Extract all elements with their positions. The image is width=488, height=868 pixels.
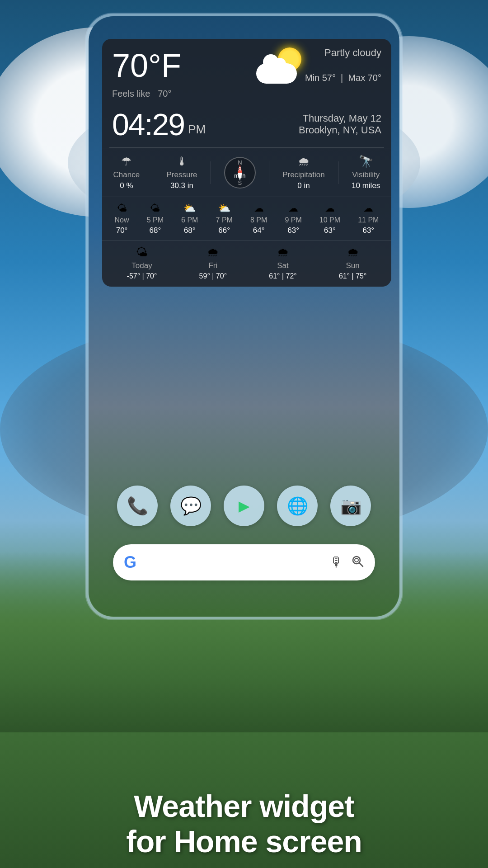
widget-time-section: 04:29 PM Thursday, May 12 Brooklyn, NY, …: [102, 101, 391, 147]
visibility-icon: 🔭: [359, 155, 373, 169]
phone-frame: 70°F Partly cloudy Min 57° | Max 70°: [86, 14, 402, 619]
hour-temp-now: 70°: [116, 226, 128, 235]
day-label-today: Today: [131, 261, 152, 270]
hour-label-5pm: 5 PM: [147, 216, 164, 224]
stat-divider-2: [211, 161, 211, 184]
compass-south-label: S: [238, 179, 242, 186]
tagline-line2: for Home screen: [27, 824, 461, 859]
tagline-area: Weather widget for Home screen: [0, 788, 488, 859]
hour-temp-6pm: 68°: [184, 226, 196, 235]
hourly-forecast: 🌤 Now 70° 🌤 5 PM 68° ⛅ 6 PM 68° ⛅ 7 PM: [102, 197, 391, 241]
partly-cloudy-icon: [256, 47, 306, 84]
stat-divider-4: [338, 161, 338, 184]
feels-like-row: Feels like 70°: [102, 89, 391, 101]
day-label-fri: Fri: [208, 261, 217, 270]
hour-icon-9pm: ☁: [288, 203, 298, 214]
day-item-sun: 🌧 Sun 61° | 75°: [339, 245, 366, 280]
weather-widget[interactable]: 70°F Partly cloudy Min 57° | Max 70°: [102, 39, 391, 287]
hour-label-9pm: 9 PM: [285, 216, 301, 224]
daily-forecast: 🌤 Today -57° | 70° 🌧 Fri 59° | 70° 🌧 Sat…: [102, 241, 391, 287]
umbrella-icon: ☂: [121, 155, 131, 169]
hour-item-11pm: ☁ 11 PM 63°: [358, 203, 379, 235]
day-icon-today: 🌤: [136, 245, 148, 259]
time-display: 04:29: [112, 107, 184, 142]
feels-like-label: Feels like: [112, 89, 150, 99]
hour-icon-11pm: ☁: [363, 203, 373, 214]
phone-app-icon[interactable]: 📞: [117, 486, 158, 526]
location-text: Brooklyn, NY, USA: [299, 124, 381, 136]
google-search-bar[interactable]: G 🎙: [113, 544, 375, 580]
hour-icon-10pm: ☁: [325, 203, 335, 214]
hour-temp-9pm: 63°: [287, 226, 299, 235]
hour-icon-now: 🌤: [117, 203, 127, 214]
tagline-line1: Weather widget: [27, 788, 461, 824]
main-temperature: 70°F: [112, 49, 181, 82]
hour-item-10pm: ☁ 10 PM 63°: [319, 203, 340, 235]
svg-point-2: [355, 558, 358, 562]
wind-speed-overlay: 8mph: [234, 166, 245, 179]
microphone-icon[interactable]: 🎙: [330, 555, 343, 570]
max-label: Max: [348, 73, 365, 83]
weather-stats-row: ☂ Chance 0 % 🌡 Pressure 30.3 in N S: [102, 148, 391, 197]
hour-label-6pm: 6 PM: [181, 216, 198, 224]
day-temps-fri: 59° | 70°: [199, 272, 227, 280]
stat-visibility-value: 10 miles: [352, 181, 380, 190]
stat-pressure-label: Pressure: [167, 170, 197, 179]
rain-icon: 🌧: [298, 155, 310, 169]
day-item-today: 🌤 Today -57° | 70°: [127, 245, 157, 280]
camera-app-icon[interactable]: 📷: [330, 486, 371, 526]
hour-icon-6pm: ⛅: [183, 203, 196, 214]
day-temps-today: -57° | 70°: [127, 272, 157, 280]
stat-visibility: 🔭 Visibility 10 miles: [352, 155, 380, 190]
app-dock: 📞 💬 ▶ 🌐 📷: [117, 486, 371, 526]
hour-temp-7pm: 66°: [218, 226, 230, 235]
date-text: Thursday, May 12: [299, 113, 381, 124]
stat-pressure: 🌡 Pressure 30.3 in: [167, 155, 197, 190]
chrome-app-icon[interactable]: 🌐: [277, 486, 318, 526]
stat-chance-label: Chance: [113, 170, 140, 179]
day-temps-sat: 61° | 72°: [269, 272, 296, 280]
hour-label-10pm: 10 PM: [319, 216, 340, 224]
hour-item-7pm: ⛅ 7 PM 66°: [216, 203, 233, 235]
date-location: Thursday, May 12 Brooklyn, NY, USA: [299, 113, 381, 136]
widget-top-section: 70°F Partly cloudy Min 57° | Max 70°: [102, 39, 391, 89]
phone-inner: 70°F Partly cloudy Min 57° | Max 70°: [89, 16, 399, 617]
day-icon-sat: 🌧: [277, 245, 289, 259]
hour-label-7pm: 7 PM: [216, 216, 233, 224]
hour-item-now: 🌤 Now 70°: [115, 203, 129, 235]
compass-icon: N S 8mph: [224, 157, 256, 189]
svg-line-1: [359, 563, 363, 566]
hour-item-9pm: ☁ 9 PM 63°: [285, 203, 301, 235]
hour-label-now: Now: [115, 216, 129, 224]
hour-temp-10pm: 63°: [324, 226, 336, 235]
hour-icon-5pm: 🌤: [150, 203, 160, 214]
day-label-sun: Sun: [346, 261, 360, 270]
hour-item-8pm: ☁ 8 PM 64°: [250, 203, 267, 235]
hour-item-6pm: ⛅ 6 PM 68°: [181, 203, 198, 235]
play-store-app-icon[interactable]: ▶: [224, 486, 264, 526]
hour-temp-5pm: 68°: [149, 226, 161, 235]
lens-icon[interactable]: [351, 554, 364, 571]
hour-temp-8pm: 64°: [253, 226, 265, 235]
min-temp: 57°: [322, 73, 336, 83]
day-temps-sun: 61° | 75°: [339, 272, 366, 280]
day-label-sat: Sat: [277, 261, 289, 270]
messages-app-icon[interactable]: 💬: [170, 486, 211, 526]
thermometer-icon: 🌡: [176, 155, 188, 169]
feels-like-temp: 70°: [158, 89, 171, 99]
day-item-fri: 🌧 Fri 59° | 70°: [199, 245, 227, 280]
hour-label-11pm: 11 PM: [358, 216, 379, 224]
day-icon-sun: 🌧: [347, 245, 359, 259]
max-temp: 70°: [368, 73, 381, 83]
time-ampm: PM: [188, 123, 206, 137]
stat-divider-3: [269, 161, 269, 184]
day-item-sat: 🌧 Sat 61° | 72°: [269, 245, 296, 280]
compass-north-label: N: [238, 159, 242, 166]
hour-item-5pm: 🌤 5 PM 68°: [147, 203, 164, 235]
day-icon-fri: 🌧: [207, 245, 219, 259]
condition-label: Partly cloudy: [324, 47, 381, 59]
stat-precipitation-value: 0 in: [297, 181, 310, 190]
stat-visibility-label: Visibility: [352, 170, 380, 179]
cloud-icon: [256, 63, 297, 84]
hour-temp-11pm: 63°: [362, 226, 374, 235]
